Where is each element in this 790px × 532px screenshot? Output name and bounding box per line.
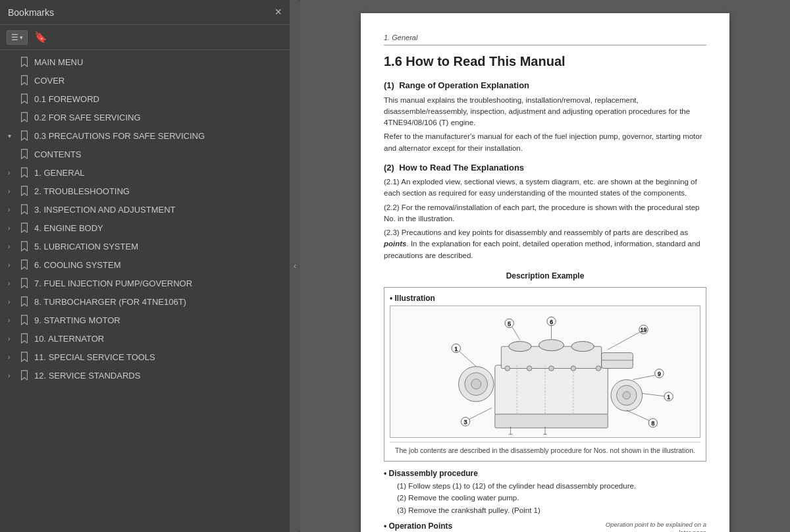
bookmark-flag-icon [18, 111, 30, 123]
svg-point-18 [527, 366, 532, 371]
svg-text:3: 3 [464, 419, 467, 426]
list-icon: ☰ [11, 33, 18, 42]
svg-rect-5 [602, 353, 633, 369]
svg-line-43 [627, 411, 652, 422]
subsection-1-body2: Refer to the manufacturer's manual for e… [384, 131, 706, 154]
subsection-1-title: (1) Range of Operation Explanation [384, 80, 706, 92]
bookmark-list: MAIN MENU COVER 0.1 FOREWORD 0.2 FOR SAF… [0, 50, 290, 532]
expand-arrow-icon[interactable]: › [8, 188, 18, 195]
svg-point-19 [549, 366, 554, 371]
subsection-2-title: (2) How to Read The Explanations [384, 162, 706, 174]
sidebar-header: Bookmarks × [0, 0, 290, 25]
bookmark-flag-icon [18, 240, 30, 252]
subsection-1-label: (1) [384, 80, 394, 90]
bookmark-flag-icon [18, 148, 30, 160]
subsection-1-heading: Range of Operation Explanation [399, 80, 529, 90]
sidebar-item-safe-servicing[interactable]: 0.2 FOR SAFE SERVICING [0, 108, 290, 126]
item-2-3: (2.3) Precautions and key points for dis… [384, 227, 706, 261]
sidebar-item-general[interactable]: › 1. GENERAL [0, 163, 290, 182]
sidebar-item-cover[interactable]: COVER [0, 71, 290, 90]
main-content: 1. General 1.6 How to Read This Manual (… [300, 0, 790, 532]
list-view-button[interactable]: ☰ ▾ [7, 30, 28, 45]
collapse-sidebar-handle[interactable]: ‹ [290, 0, 300, 532]
sidebar-item-cooling[interactable]: › 6. COOLING SYSTEM [0, 255, 290, 274]
svg-text:1: 1 [667, 394, 670, 400]
svg-rect-0 [495, 365, 608, 415]
svg-rect-13 [495, 414, 608, 428]
bookmark-flag-icon [18, 296, 30, 307]
operation-label: • Operation Points [384, 521, 601, 532]
page-title: 1.6 How to Read This Manual [384, 52, 706, 70]
sidebar-item-fuel-injection[interactable]: › 7. FUEL INJECTION PUMP/GOVERNOR [0, 274, 290, 292]
sidebar-item-engine-body[interactable]: › 4. ENGINE BODY [0, 219, 290, 237]
bookmark-flag-icon [18, 222, 30, 234]
expand-arrow-icon[interactable]: › [8, 261, 18, 269]
document-page: 1. General 1.6 How to Read This Manual (… [361, 13, 729, 532]
dropdown-arrow-icon: ▾ [20, 34, 23, 41]
sidebar-item-label: 9. STARTING MOTOR [34, 315, 120, 325]
sidebar-item-contents[interactable]: CONTENTS [0, 145, 290, 163]
sidebar-item-main-menu[interactable]: MAIN MENU [0, 53, 290, 71]
disassembly-item-3: (3) Remove the crankshaft pulley. (Point… [397, 505, 706, 516]
disassembly-item-2: (2) Remove the cooling water pump. [397, 492, 706, 503]
expand-arrow-icon[interactable]: ▾ [8, 132, 18, 140]
sidebar-title: Bookmarks [8, 7, 54, 18]
expand-arrow-icon[interactable]: › [8, 354, 18, 361]
expand-arrow-icon[interactable]: › [8, 225, 18, 232]
svg-point-9 [471, 379, 481, 389]
svg-text:19: 19 [641, 327, 647, 334]
expand-arrow-icon[interactable]: › [8, 372, 18, 379]
subsection-1-body1: This manual explains the troubleshooting… [384, 95, 706, 129]
sidebar-item-label: 2. TROUBLESHOOTING [34, 186, 130, 196]
illustration-box: • Illustration [384, 287, 706, 462]
svg-text:1: 1 [454, 346, 458, 352]
bookmark-icon: 🔖 [34, 32, 47, 43]
bookmark-icon-button[interactable]: 🔖 [30, 29, 51, 45]
sidebar-item-foreword[interactable]: 0.1 FOREWORD [0, 90, 290, 108]
expand-arrow-icon[interactable]: › [8, 280, 18, 287]
expand-arrow-icon[interactable]: › [8, 169, 18, 176]
bookmark-flag-icon [18, 369, 30, 381]
subsection-range-of-operation: (1) Range of Operation Explanation This … [384, 80, 706, 153]
bookmark-flag-icon [18, 259, 30, 271]
description-example-label: Description Example [384, 271, 706, 282]
close-button[interactable]: × [275, 5, 282, 19]
sidebar-item-inspection[interactable]: › 3. INSPECTION AND ADJUSTMENT [0, 200, 290, 219]
svg-point-17 [505, 366, 510, 371]
bookmark-flag-icon [18, 351, 30, 363]
bookmark-flag-icon [18, 277, 30, 289]
expand-arrow-icon[interactable]: › [8, 298, 18, 306]
svg-text:9: 9 [658, 371, 661, 377]
sidebar-item-service-standards[interactable]: › 12. SERVICE STANDARDS [0, 366, 290, 385]
sidebar-item-turbocharger[interactable]: › 8. TURBOCHARGER (FOR 4TNE106T) [0, 292, 290, 311]
svg-point-4 [571, 342, 594, 352]
svg-text:6: 6 [550, 319, 553, 325]
bookmark-flag-icon [18, 185, 30, 197]
bookmark-flag-icon [18, 332, 30, 344]
engine-diagram: 5 6 19 1 3 [413, 309, 677, 434]
sidebar-item-special-tools[interactable]: › 11. SPECIAL SERVICE TOOLS [0, 348, 290, 366]
sidebar-item-label: 0.1 FOREWORD [34, 94, 99, 104]
disassembly-item-1: (1) Follow steps (1) to (12) of the cyli… [397, 481, 706, 491]
operation-note: Operation point to be explained on a lat… [601, 521, 706, 532]
sidebar-item-label: 4. ENGINE BODY [34, 223, 103, 233]
expand-arrow-icon[interactable]: › [8, 243, 18, 250]
svg-point-12 [623, 392, 630, 399]
svg-line-31 [458, 350, 477, 367]
expand-arrow-icon[interactable]: › [8, 317, 18, 324]
item-2-2: (2.2) For the removal/installation of ea… [384, 202, 706, 225]
sidebar-item-lubrication[interactable]: › 5. LUBRICATION SYSTEM [0, 237, 290, 255]
item-2-3-bold: points [384, 240, 407, 248]
svg-line-49 [643, 394, 668, 397]
operation-row: • Operation Points Disassemble: Service … [384, 521, 706, 532]
sidebar-item-starting-motor[interactable]: › 9. STARTING MOTOR [0, 311, 290, 329]
expand-arrow-icon[interactable]: › [8, 206, 18, 213]
disassembly-section: • Disassembly procedure (1) Follow steps… [384, 468, 706, 516]
sidebar-item-alternator[interactable]: › 10. ALTERNATOR [0, 329, 290, 348]
sidebar-item-troubleshooting[interactable]: › 2. TROUBLESHOOTING [0, 182, 290, 200]
bookmark-flag-icon [18, 167, 30, 178]
item-2-3-post: . In the explanation for each point, det… [384, 240, 700, 259]
expand-arrow-icon[interactable]: › [8, 335, 18, 342]
sidebar-item-precautions[interactable]: ▾ 0.3 PRECAUTIONS FOR SAFE SERVICING [0, 126, 290, 145]
svg-point-20 [571, 366, 576, 371]
